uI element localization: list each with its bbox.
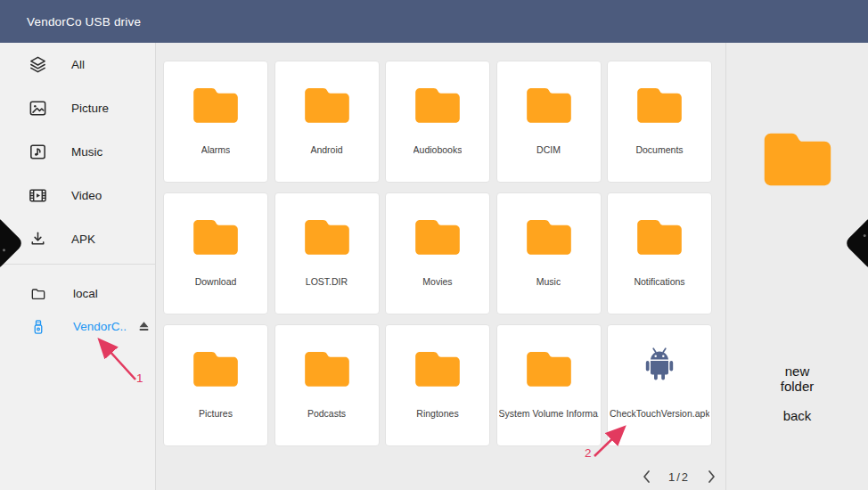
layers-icon <box>28 54 48 75</box>
file-card-movies[interactable]: Movies <box>385 192 490 314</box>
file-name: Download <box>195 276 237 287</box>
sidebar-item-music[interactable]: Music <box>0 130 155 174</box>
file-name: System Volume Informa.. <box>499 408 599 419</box>
sidebar: All Picture <box>0 43 156 490</box>
handle-dot <box>863 233 866 237</box>
folder-outline-icon <box>29 285 47 303</box>
storage-list: local VendorC.. <box>0 265 155 343</box>
folder-icon <box>414 86 462 124</box>
titlebar: VendorCo USB drive <box>0 0 868 43</box>
sidebar-item-picture[interactable]: Picture <box>0 86 155 130</box>
chevron-left-icon[interactable] <box>642 470 651 484</box>
file-name: Movies <box>422 276 452 287</box>
file-card-android[interactable]: Android <box>274 61 380 183</box>
music-icon <box>28 142 48 162</box>
folder-icon <box>525 218 573 256</box>
file-name: Ringtones <box>416 408 458 419</box>
new-folder-button[interactable]: new folder <box>769 363 826 394</box>
storage-item-label: VendorC.. <box>73 320 127 333</box>
apk-download-icon <box>28 229 48 249</box>
folder-icon <box>635 86 684 124</box>
folder-icon <box>414 350 462 388</box>
file-name: CheckTouchVersion.apk <box>610 408 709 419</box>
file-name: Audiobooks <box>414 144 463 155</box>
file-grid: Alarms Android <box>163 61 712 446</box>
file-name: Documents <box>635 144 683 155</box>
file-card-alarms[interactable]: Alarms <box>163 61 268 183</box>
android-apk-icon <box>638 344 681 388</box>
file-name: DCIM <box>536 144 561 155</box>
video-icon <box>28 185 48 206</box>
folder-icon <box>635 218 684 256</box>
window-title: VendorCo USB drive <box>27 15 141 29</box>
file-name: Pictures <box>199 408 233 419</box>
handle-dot <box>2 249 5 252</box>
sidebar-item-label: Music <box>71 145 102 159</box>
file-card-audiobooks[interactable]: Audiobooks <box>385 61 490 183</box>
file-card-download[interactable]: Download <box>163 192 268 314</box>
pagination: 1/2 <box>626 464 733 489</box>
folder-icon <box>525 350 573 388</box>
sidebar-item-label: Picture <box>71 102 109 115</box>
file-name: Podcasts <box>307 408 346 419</box>
sidebar-item-video[interactable]: Video <box>0 174 155 217</box>
file-name: Notifications <box>634 276 684 287</box>
file-card-music[interactable]: Music <box>496 192 602 314</box>
sidebar-item-all[interactable]: All <box>0 43 155 86</box>
current-folder-icon <box>761 131 833 191</box>
sidebar-item-label: Video <box>71 189 102 202</box>
page-indicator: 1/2 <box>668 470 690 484</box>
file-name: Alarms <box>201 144 231 155</box>
eject-icon[interactable] <box>136 319 151 334</box>
right-panel: new folder back <box>725 43 868 490</box>
file-name: Android <box>310 144 342 155</box>
usb-drive-icon <box>29 318 47 336</box>
folder-icon <box>192 218 240 256</box>
file-card-notifications[interactable]: Notifications <box>607 192 712 314</box>
folder-icon <box>192 350 240 388</box>
sidebar-item-label: All <box>71 58 85 71</box>
back-button[interactable]: back <box>726 408 868 423</box>
folder-icon <box>303 350 351 388</box>
file-card-documents[interactable]: Documents <box>607 61 712 183</box>
folder-icon <box>303 86 351 124</box>
chevron-right-icon[interactable] <box>708 470 717 484</box>
file-card-system-volume-informa[interactable]: System Volume Informa.. <box>496 324 602 446</box>
file-manager-screen: VendorCo USB drive All <box>0 0 868 490</box>
folder-icon <box>525 86 573 124</box>
file-name: LOST.DIR <box>306 276 348 287</box>
file-card-ringtones[interactable]: Ringtones <box>385 324 490 446</box>
storage-item-label: local <box>73 287 98 300</box>
folder-icon <box>192 86 240 124</box>
file-card-checktouchversion-apk[interactable]: CheckTouchVersion.apk <box>607 324 712 446</box>
folder-icon <box>303 218 351 256</box>
folder-icon <box>414 218 462 256</box>
category-list: All Picture <box>0 43 155 261</box>
picture-icon <box>28 98 48 118</box>
file-card-lost-dir[interactable]: LOST.DIR <box>274 192 380 314</box>
storage-item-vendorc[interactable]: VendorC.. <box>0 310 155 343</box>
file-card-pictures[interactable]: Pictures <box>163 324 268 446</box>
sidebar-item-label: APK <box>71 233 95 246</box>
file-card-dcim[interactable]: DCIM <box>496 61 602 183</box>
sidebar-item-apk[interactable]: APK <box>0 217 155 261</box>
file-card-podcasts[interactable]: Podcasts <box>274 324 380 446</box>
file-name: Music <box>536 276 561 287</box>
storage-item-local[interactable]: local <box>0 277 155 310</box>
panel-actions: new folder back <box>726 363 868 423</box>
file-grid-area: Alarms Android <box>156 43 725 490</box>
